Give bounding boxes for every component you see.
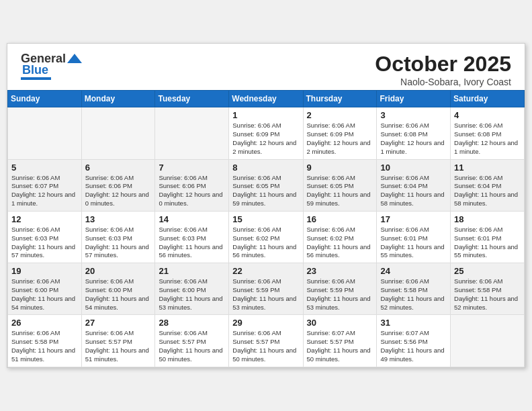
day-number: 1 <box>232 110 299 120</box>
day-cell <box>155 107 229 159</box>
week-row-3: 12Sunrise: 6:06 AMSunset: 6:03 PMDayligh… <box>8 211 525 263</box>
day-number: 3 <box>380 110 447 120</box>
day-number: 16 <box>307 214 373 224</box>
day-info: Sunrise: 6:06 AMSunset: 5:57 PMDaylight:… <box>85 329 152 363</box>
day-number: 27 <box>85 318 152 328</box>
day-info: Sunrise: 6:06 AMSunset: 6:09 PMDaylight:… <box>232 122 299 156</box>
day-number: 24 <box>380 266 447 276</box>
day-info: Sunrise: 6:06 AMSunset: 6:03 PMDaylight:… <box>11 226 78 260</box>
day-number: 6 <box>85 163 152 173</box>
day-number: 13 <box>85 214 152 224</box>
day-number: 25 <box>454 266 521 276</box>
weekday-tuesday: Tuesday <box>155 91 229 107</box>
day-number: 26 <box>11 318 78 328</box>
month-title: October 2025 <box>375 52 511 77</box>
day-number: 8 <box>232 163 299 173</box>
day-cell: 20Sunrise: 6:06 AMSunset: 6:00 PMDayligh… <box>81 263 155 315</box>
day-info: Sunrise: 6:06 AMSunset: 6:03 PMDaylight:… <box>85 226 152 260</box>
logo-icon <box>67 54 82 63</box>
day-number: 9 <box>307 163 373 173</box>
day-number: 20 <box>85 266 152 276</box>
day-info: Sunrise: 6:06 AMSunset: 5:57 PMDaylight:… <box>159 329 225 363</box>
day-cell: 7Sunrise: 6:06 AMSunset: 6:06 PMDaylight… <box>155 159 229 211</box>
day-cell: 5Sunrise: 6:06 AMSunset: 6:07 PMDaylight… <box>8 159 82 211</box>
day-info: Sunrise: 6:06 AMSunset: 6:04 PMDaylight:… <box>454 174 521 208</box>
day-number: 7 <box>159 163 225 173</box>
logo-underline <box>21 77 51 80</box>
day-info: Sunrise: 6:06 AMSunset: 5:58 PMDaylight:… <box>11 329 78 363</box>
day-cell: 30Sunrise: 6:07 AMSunset: 5:57 PMDayligh… <box>303 315 377 367</box>
day-cell: 16Sunrise: 6:06 AMSunset: 6:02 PMDayligh… <box>303 211 377 263</box>
week-row-5: 26Sunrise: 6:06 AMSunset: 5:58 PMDayligh… <box>8 315 525 367</box>
calendar-table: SundayMondayTuesdayWednesdayThursdayFrid… <box>7 90 525 367</box>
day-number: 5 <box>11 163 78 173</box>
day-cell: 15Sunrise: 6:06 AMSunset: 6:02 PMDayligh… <box>229 211 303 263</box>
logo-blue: Blue <box>22 63 48 77</box>
day-cell: 29Sunrise: 6:06 AMSunset: 5:57 PMDayligh… <box>229 315 303 367</box>
day-number: 10 <box>380 163 447 173</box>
day-cell: 4Sunrise: 6:06 AMSunset: 6:08 PMDaylight… <box>451 107 525 159</box>
day-info: Sunrise: 6:06 AMSunset: 6:08 PMDaylight:… <box>454 122 521 156</box>
day-cell <box>451 315 525 367</box>
day-info: Sunrise: 6:06 AMSunset: 6:00 PMDaylight:… <box>85 277 152 312</box>
day-info: Sunrise: 6:06 AMSunset: 5:59 PMDaylight:… <box>232 277 299 312</box>
day-number: 29 <box>232 318 299 328</box>
day-info: Sunrise: 6:06 AMSunset: 6:02 PMDaylight:… <box>232 226 299 260</box>
calendar-container: General Blue October 2025 Naolo-Sobara, … <box>7 43 525 367</box>
day-cell: 22Sunrise: 6:06 AMSunset: 5:59 PMDayligh… <box>229 263 303 315</box>
day-cell: 19Sunrise: 6:06 AMSunset: 6:00 PMDayligh… <box>8 263 82 315</box>
day-number: 22 <box>232 266 299 276</box>
day-cell: 9Sunrise: 6:06 AMSunset: 6:05 PMDaylight… <box>303 159 377 211</box>
day-info: Sunrise: 6:06 AMSunset: 5:57 PMDaylight:… <box>232 329 299 363</box>
day-cell: 21Sunrise: 6:06 AMSunset: 6:00 PMDayligh… <box>155 263 229 315</box>
day-cell: 18Sunrise: 6:06 AMSunset: 6:01 PMDayligh… <box>451 211 525 263</box>
day-cell: 23Sunrise: 6:06 AMSunset: 5:59 PMDayligh… <box>303 263 377 315</box>
logo: General Blue <box>21 52 82 80</box>
day-number: 14 <box>159 214 225 224</box>
day-info: Sunrise: 6:06 AMSunset: 6:04 PMDaylight:… <box>380 174 447 208</box>
day-number: 19 <box>11 266 78 276</box>
day-cell <box>81 107 155 159</box>
day-number: 17 <box>380 214 447 224</box>
weekday-sunday: Sunday <box>8 91 82 107</box>
day-cell: 25Sunrise: 6:06 AMSunset: 5:58 PMDayligh… <box>451 263 525 315</box>
weekday-thursday: Thursday <box>303 91 377 107</box>
week-row-2: 5Sunrise: 6:06 AMSunset: 6:07 PMDaylight… <box>8 159 525 211</box>
day-cell: 24Sunrise: 6:06 AMSunset: 5:58 PMDayligh… <box>377 263 451 315</box>
day-number: 2 <box>307 110 373 120</box>
day-cell: 2Sunrise: 6:06 AMSunset: 6:09 PMDaylight… <box>303 107 377 159</box>
day-info: Sunrise: 6:06 AMSunset: 6:06 PMDaylight:… <box>159 174 225 208</box>
day-info: Sunrise: 6:06 AMSunset: 6:01 PMDaylight:… <box>380 226 447 260</box>
calendar-header: General Blue October 2025 Naolo-Sobara, … <box>7 44 525 90</box>
svg-marker-0 <box>67 54 82 63</box>
week-row-1: 1Sunrise: 6:06 AMSunset: 6:09 PMDaylight… <box>8 107 525 159</box>
day-cell: 14Sunrise: 6:06 AMSunset: 6:03 PMDayligh… <box>155 211 229 263</box>
weekday-wednesday: Wednesday <box>229 91 303 107</box>
day-number: 30 <box>307 318 373 328</box>
day-info: Sunrise: 6:06 AMSunset: 6:06 PMDaylight:… <box>85 174 152 208</box>
day-info: Sunrise: 6:06 AMSunset: 5:58 PMDaylight:… <box>380 277 447 312</box>
day-cell: 28Sunrise: 6:06 AMSunset: 5:57 PMDayligh… <box>155 315 229 367</box>
day-info: Sunrise: 6:07 AMSunset: 5:57 PMDaylight:… <box>307 329 373 363</box>
day-info: Sunrise: 6:06 AMSunset: 6:00 PMDaylight:… <box>11 277 78 312</box>
weekday-friday: Friday <box>377 91 451 107</box>
day-info: Sunrise: 6:06 AMSunset: 6:03 PMDaylight:… <box>159 226 225 260</box>
day-cell: 31Sunrise: 6:07 AMSunset: 5:56 PMDayligh… <box>377 315 451 367</box>
weekday-header-row: SundayMondayTuesdayWednesdayThursdayFrid… <box>8 91 525 107</box>
day-number: 18 <box>454 214 521 224</box>
weekday-monday: Monday <box>81 91 155 107</box>
day-info: Sunrise: 6:06 AMSunset: 6:08 PMDaylight:… <box>380 122 447 156</box>
day-number: 31 <box>380 318 447 328</box>
week-row-4: 19Sunrise: 6:06 AMSunset: 6:00 PMDayligh… <box>8 263 525 315</box>
day-cell: 13Sunrise: 6:06 AMSunset: 6:03 PMDayligh… <box>81 211 155 263</box>
day-info: Sunrise: 6:06 AMSunset: 6:00 PMDaylight:… <box>159 277 225 312</box>
day-info: Sunrise: 6:06 AMSunset: 6:05 PMDaylight:… <box>307 174 373 208</box>
day-cell: 26Sunrise: 6:06 AMSunset: 5:58 PMDayligh… <box>8 315 82 367</box>
day-info: Sunrise: 6:06 AMSunset: 6:02 PMDaylight:… <box>307 226 373 260</box>
day-cell: 1Sunrise: 6:06 AMSunset: 6:09 PMDaylight… <box>229 107 303 159</box>
day-number: 23 <box>307 266 373 276</box>
day-info: Sunrise: 6:06 AMSunset: 6:07 PMDaylight:… <box>11 174 78 208</box>
day-cell: 12Sunrise: 6:06 AMSunset: 6:03 PMDayligh… <box>8 211 82 263</box>
day-info: Sunrise: 6:06 AMSunset: 6:09 PMDaylight:… <box>307 122 373 156</box>
title-area: October 2025 Naolo-Sobara, Ivory Coast <box>375 52 511 87</box>
